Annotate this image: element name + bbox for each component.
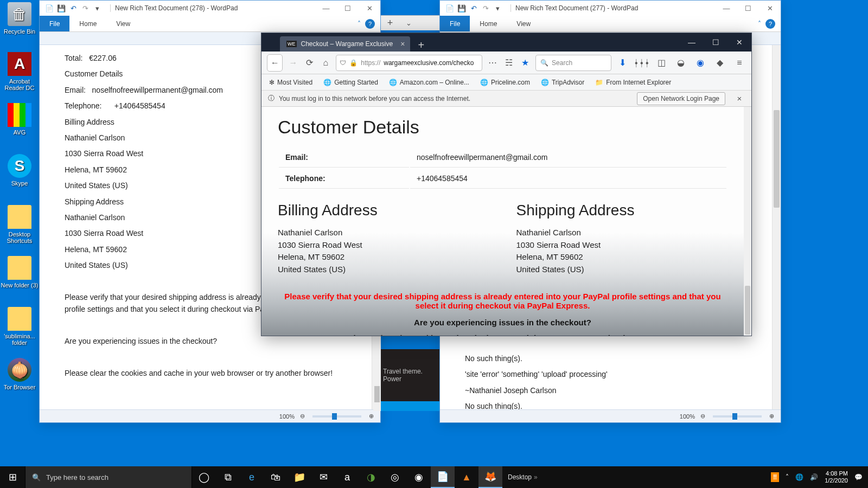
desktop-shortcuts[interactable]: Desktop Shortcuts bbox=[0, 205, 39, 244]
reload-button[interactable]: ⟳ bbox=[303, 56, 315, 69]
file-tab[interactable]: File bbox=[440, 16, 470, 31]
open-login-button[interactable]: Open Network Login Page bbox=[637, 92, 725, 105]
wordpad-left-titlebar[interactable]: 📄 💾 ↶ ↷ ▾ New Rich Text Document (278) -… bbox=[40, 1, 380, 16]
avg[interactable]: AVG bbox=[0, 103, 39, 136]
minimize-button[interactable]: — bbox=[315, 1, 337, 16]
tray-app-orange[interactable]: ‼ bbox=[771, 472, 779, 482]
taskbar-search[interactable]: 🔍 Type here to search bbox=[25, 466, 192, 488]
extension-icon[interactable]: ◉ bbox=[694, 56, 707, 69]
taskbar-app-store[interactable]: 🛍 bbox=[264, 466, 288, 488]
edge-newtab-icon[interactable]: + bbox=[381, 17, 399, 29]
recycle-bin[interactable]: 🗑Recycle Bin bbox=[0, 2, 39, 35]
home-button[interactable]: ⌂ bbox=[320, 56, 331, 69]
bookmark-getting-started[interactable]: 🌐Getting Started bbox=[323, 79, 378, 86]
page-scrollbar[interactable] bbox=[744, 107, 751, 336]
containers-icon[interactable]: ◒ bbox=[674, 56, 687, 69]
page-content[interactable]: Customer Details Email:noselfnofreewillp… bbox=[261, 107, 744, 336]
tray-network-icon[interactable]: 🌐 bbox=[795, 473, 803, 481]
redo-icon[interactable]: ↷ bbox=[81, 4, 90, 12]
taskbar-app-wordpad[interactable]: 📄 bbox=[431, 466, 455, 488]
minimize-button[interactable]: — bbox=[716, 1, 737, 16]
home-tab[interactable]: Home bbox=[470, 16, 507, 31]
taskbar-app-explorer[interactable]: 📁 bbox=[288, 466, 311, 488]
page-actions-icon[interactable]: ⋯ bbox=[487, 56, 499, 69]
maximize-button[interactable]: ☐ bbox=[337, 1, 359, 16]
maximize-button[interactable]: ☐ bbox=[704, 33, 727, 52]
skype[interactable]: SSkype bbox=[0, 154, 39, 187]
taskbar-app-firefox[interactable]: 🦊 bbox=[478, 466, 502, 488]
extension-icon-2[interactable]: ◆ bbox=[713, 56, 726, 69]
new-tab-button[interactable]: + bbox=[413, 39, 429, 52]
acrobat-reader[interactable]: AAcrobat Reader DC bbox=[0, 52, 39, 91]
firefox-window[interactable]: WE Checkout – Wargame Exclusive × + — ☐ … bbox=[261, 33, 752, 336]
close-button[interactable]: ✕ bbox=[759, 1, 781, 16]
file-tab[interactable]: File bbox=[40, 16, 69, 31]
help-icon[interactable]: ? bbox=[365, 19, 375, 29]
forward-button[interactable]: → bbox=[287, 56, 299, 69]
taskbar-app-edge[interactable]: e bbox=[240, 466, 264, 488]
close-button[interactable]: ✕ bbox=[727, 33, 751, 52]
zoom-out-icon[interactable]: ⊖ bbox=[700, 413, 705, 420]
action-center-icon[interactable]: 💬 bbox=[854, 473, 863, 481]
qat-dropdown-icon[interactable]: ▾ bbox=[493, 4, 502, 12]
zoom-slider[interactable] bbox=[713, 415, 762, 418]
view-tab[interactable]: View bbox=[507, 16, 540, 31]
tray-volume-icon[interactable]: 🔊 bbox=[810, 473, 818, 481]
help-icon[interactable]: ? bbox=[765, 19, 775, 29]
redo-icon[interactable]: ↷ bbox=[481, 4, 490, 12]
browser-tab[interactable]: WE Checkout – Wargame Exclusive × bbox=[280, 36, 410, 52]
start-button[interactable]: ⊞ bbox=[0, 466, 25, 488]
reader-icon[interactable]: ☵ bbox=[503, 56, 515, 69]
taskbar-app-tripadvisor[interactable]: ◑ bbox=[359, 466, 383, 488]
desktop-label[interactable]: Desktop» bbox=[502, 466, 543, 488]
sidebar-icon[interactable]: ◫ bbox=[655, 56, 668, 69]
task-view-button[interactable]: ⧉ bbox=[216, 466, 240, 488]
search-bar[interactable]: 🔍 Search bbox=[535, 55, 611, 71]
shield-icon[interactable]: 🛡 bbox=[340, 59, 346, 67]
save-icon[interactable]: 💾 bbox=[457, 4, 466, 12]
url-bar[interactable]: 🛡 🔒 https://wargameexclusive.com/checko bbox=[336, 55, 482, 71]
taskbar-app-amazon[interactable]: a bbox=[335, 466, 359, 488]
maximize-button[interactable]: ☐ bbox=[737, 1, 759, 16]
bookmark-star-icon[interactable]: ★ bbox=[519, 56, 531, 69]
zoom-slider[interactable] bbox=[312, 415, 361, 418]
taskbar-app-mail[interactable]: ✉ bbox=[311, 466, 335, 488]
close-button[interactable]: ✕ bbox=[359, 1, 380, 16]
tray-clock[interactable]: 4:08 PM 1/2/2020 bbox=[825, 470, 848, 484]
edge-scrollbar-fragment[interactable] bbox=[373, 335, 381, 411]
bookmark-tripadvisor[interactable]: 🌐TripAdvisor bbox=[541, 79, 584, 86]
bookmark-priceline[interactable]: 🌐Priceline.com bbox=[480, 79, 530, 86]
home-tab[interactable]: Home bbox=[69, 16, 106, 31]
wordpad-right-titlebar[interactable]: 📄 💾 ↶ ↷ ▾ New Rich Text Document (277) -… bbox=[440, 1, 781, 16]
downloads-icon[interactable]: ⬇ bbox=[616, 56, 629, 69]
chevron-down-icon[interactable]: ⌄ bbox=[399, 19, 418, 27]
zoom-in-icon[interactable]: ⊕ bbox=[769, 413, 774, 420]
view-tab[interactable]: View bbox=[106, 16, 140, 31]
vertical-scrollbar[interactable] bbox=[772, 45, 781, 409]
bookmark-amazon[interactable]: 🌐Amazon.com – Online... bbox=[389, 79, 469, 86]
undo-icon[interactable]: ↶ bbox=[469, 4, 478, 12]
tor-browser[interactable]: 🧅Tor Browser bbox=[0, 358, 39, 390]
tray-chevron-up-icon[interactable]: ˄ bbox=[786, 473, 789, 481]
sublimina-folder[interactable]: 'sublimina... folder bbox=[0, 307, 39, 346]
save-icon[interactable]: 💾 bbox=[57, 4, 66, 12]
qat-dropdown-icon[interactable]: ▾ bbox=[93, 4, 101, 12]
back-button[interactable]: ← bbox=[267, 54, 283, 72]
zoom-out-icon[interactable]: ⊖ bbox=[300, 413, 305, 420]
zoom-in-icon[interactable]: ⊕ bbox=[369, 413, 374, 420]
bookmark-most-visited[interactable]: ✻Most Visited bbox=[269, 79, 312, 86]
cortana-button[interactable]: ◯ bbox=[192, 466, 216, 488]
ribbon-collapse-icon[interactable]: ˄ bbox=[358, 20, 361, 28]
infobar-close-icon[interactable]: × bbox=[734, 94, 745, 103]
taskbar-app-2[interactable]: ◉ bbox=[407, 466, 431, 488]
taskbar-app-vlc[interactable]: ▲ bbox=[455, 466, 478, 488]
taskbar-app-1[interactable]: ◎ bbox=[383, 466, 407, 488]
minimize-button[interactable]: — bbox=[680, 33, 704, 52]
undo-icon[interactable]: ↶ bbox=[69, 4, 78, 12]
close-tab-icon[interactable]: × bbox=[400, 40, 405, 48]
library-icon[interactable]: ⍿⍿⍿ bbox=[635, 56, 648, 69]
ribbon-collapse-icon[interactable]: ˄ bbox=[758, 20, 761, 28]
bookmark-from-ie[interactable]: 📁From Internet Explorer bbox=[595, 79, 671, 86]
new-folder-3[interactable]: New folder (3) bbox=[0, 256, 39, 288]
menu-icon[interactable]: ≡ bbox=[733, 56, 746, 69]
